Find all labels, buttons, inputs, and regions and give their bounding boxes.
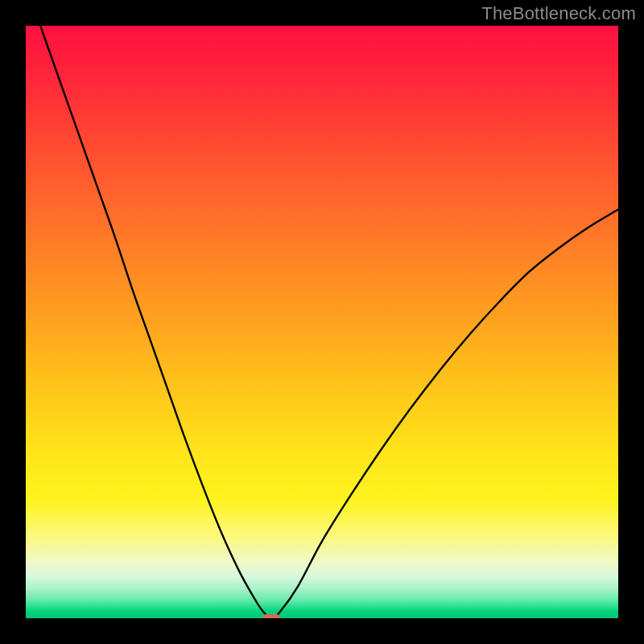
watermark-text: TheBottleneck.com bbox=[481, 3, 636, 24]
bottleneck-curve bbox=[26, 26, 618, 618]
minimum-marker bbox=[262, 614, 280, 618]
plot-area bbox=[26, 26, 618, 618]
chart-frame: TheBottleneck.com bbox=[0, 0, 644, 644]
